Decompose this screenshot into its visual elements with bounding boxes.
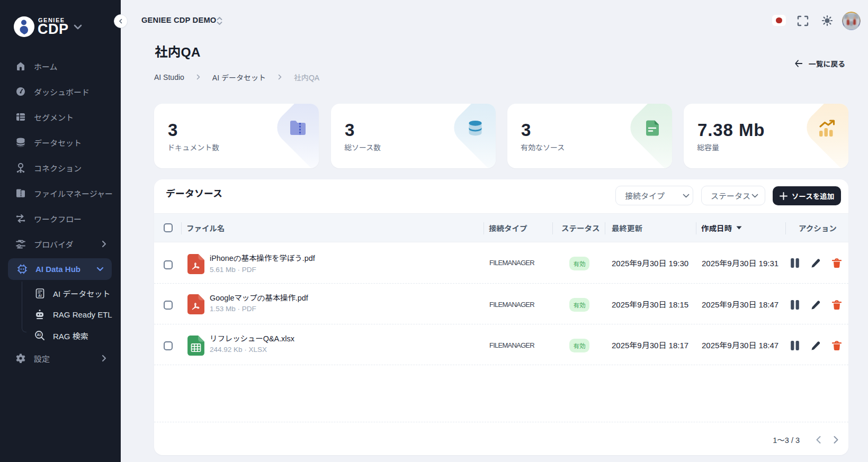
- svg-text:AI: AI: [37, 333, 41, 337]
- svg-text:AI: AI: [38, 293, 42, 297]
